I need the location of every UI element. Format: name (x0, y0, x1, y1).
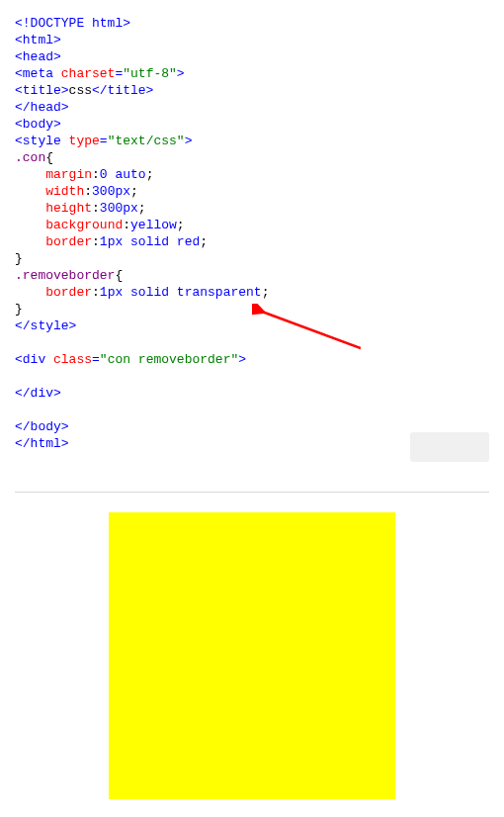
code-line: <style (15, 134, 69, 148)
code-line: </body> (15, 419, 69, 434)
code-line: <html> (15, 33, 61, 47)
code-line: </head> (15, 100, 69, 115)
code-line: } (15, 251, 23, 266)
code-line: </style> (15, 318, 76, 333)
code-line: <div (15, 352, 53, 367)
code-line: <meta (15, 66, 61, 81)
code-line: <!DOCTYPE html> (15, 16, 130, 31)
code-line: </html> (15, 436, 69, 451)
code-line: .removeborder (15, 268, 115, 283)
divider (15, 492, 489, 493)
demo-yellow-square (109, 512, 395, 799)
code-line: <body> (15, 117, 61, 132)
code-line: .con (15, 150, 45, 165)
decorative-gray-box (410, 432, 489, 462)
code-block: <!DOCTYPE html> <html> <head> <meta char… (15, 15, 489, 452)
code-line: } (15, 302, 23, 317)
code-line: </div> (15, 386, 61, 401)
code-line: <title> (15, 83, 69, 98)
code-line: <head> (15, 49, 61, 64)
